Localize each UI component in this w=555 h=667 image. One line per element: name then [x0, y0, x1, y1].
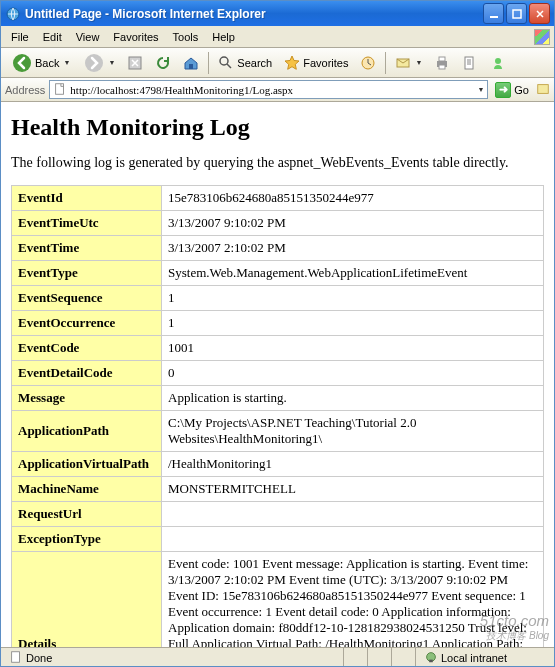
history-icon: [360, 55, 376, 71]
row-value: System.Web.Management.WebApplicationLife…: [162, 261, 544, 286]
row-key: EventType: [12, 261, 162, 286]
row-key: EventId: [12, 186, 162, 211]
svg-rect-2: [513, 10, 521, 18]
toolbar: Back ▼ ▼ Search Favorites ▼: [1, 48, 554, 78]
history-button[interactable]: [355, 52, 381, 74]
search-button[interactable]: Search: [213, 52, 277, 74]
chevron-down-icon[interactable]: ▼: [477, 86, 484, 93]
close-button[interactable]: [529, 3, 550, 24]
links-icon[interactable]: [536, 82, 550, 98]
status-bar: Done Local intranet: [1, 647, 554, 667]
separator: [208, 52, 209, 74]
svg-rect-17: [12, 651, 20, 662]
chevron-down-icon: ▼: [108, 59, 115, 66]
row-key: RequestUrl: [12, 502, 162, 527]
favorites-label: Favorites: [303, 57, 348, 69]
row-value: 3/13/2007 2:10:02 PM: [162, 236, 544, 261]
window-title: Untitled Page - Microsoft Internet Explo…: [25, 7, 483, 21]
row-key: Details: [12, 552, 162, 648]
table-row: RequestUrl: [12, 502, 544, 527]
svg-rect-15: [56, 83, 64, 94]
address-field[interactable]: ▼: [49, 80, 488, 99]
stop-button[interactable]: [122, 52, 148, 74]
favorites-button[interactable]: Favorites: [279, 52, 353, 74]
ie-icon: [5, 6, 21, 22]
menu-edit[interactable]: Edit: [37, 29, 68, 45]
svg-rect-19: [429, 659, 433, 662]
print-button[interactable]: [429, 52, 455, 74]
svg-rect-12: [439, 65, 445, 69]
stop-icon: [127, 55, 143, 71]
chevron-down-icon: ▼: [63, 59, 70, 66]
status-text: Done: [26, 652, 52, 664]
maximize-button[interactable]: [506, 3, 527, 24]
row-key: EventTime: [12, 236, 162, 261]
svg-rect-6: [189, 64, 193, 69]
svg-rect-1: [490, 16, 498, 18]
table-row: MessageApplication is starting.: [12, 386, 544, 411]
search-label: Search: [237, 57, 272, 69]
table-row: ExceptionType: [12, 527, 544, 552]
row-key: EventSequence: [12, 286, 162, 311]
table-row: ApplicationVirtualPath/HealthMonitoring1: [12, 452, 544, 477]
row-key: ApplicationPath: [12, 411, 162, 452]
row-value: Event code: 1001 Event message: Applicat…: [162, 552, 544, 648]
messenger-button[interactable]: [485, 52, 511, 74]
mail-icon: [395, 55, 411, 71]
svg-point-14: [495, 58, 501, 64]
table-row: EventOccurrence1: [12, 311, 544, 336]
row-value: [162, 502, 544, 527]
row-value: 1: [162, 286, 544, 311]
row-key: ApplicationVirtualPath: [12, 452, 162, 477]
menu-view[interactable]: View: [70, 29, 106, 45]
url-input[interactable]: [70, 84, 473, 96]
table-row: ApplicationPathC:\My Projects\ASP.NET Te…: [12, 411, 544, 452]
window-controls: [483, 3, 550, 24]
go-label: Go: [514, 84, 529, 96]
mail-button[interactable]: ▼: [390, 52, 427, 74]
table-row: EventCode1001: [12, 336, 544, 361]
status-done: Done: [5, 648, 344, 667]
menu-tools[interactable]: Tools: [167, 29, 205, 45]
minimize-button[interactable]: [483, 3, 504, 24]
menu-favorites[interactable]: Favorites: [107, 29, 164, 45]
back-button[interactable]: Back ▼: [5, 50, 77, 76]
row-value: 3/13/2007 9:10:02 PM: [162, 211, 544, 236]
row-key: ExceptionType: [12, 527, 162, 552]
star-icon: [284, 55, 300, 71]
chevron-down-icon: ▼: [415, 59, 422, 66]
titlebar: Untitled Page - Microsoft Internet Explo…: [1, 1, 554, 26]
status-pane: [396, 648, 416, 667]
table-row: EventTimeUtc3/13/2007 9:10:02 PM: [12, 211, 544, 236]
address-label: Address: [5, 84, 45, 96]
svg-rect-13: [465, 57, 473, 69]
page-heading: Health Monitoring Log: [11, 114, 544, 141]
go-icon: ➜: [495, 82, 511, 98]
table-row: DetailsEvent code: 1001 Event message: A…: [12, 552, 544, 648]
intranet-icon: [424, 650, 438, 666]
edit-button[interactable]: [457, 52, 483, 74]
forward-button[interactable]: ▼: [79, 50, 120, 76]
row-value: C:\My Projects\ASP.NET Teaching\Tutorial…: [162, 411, 544, 452]
row-value: Application is starting.: [162, 386, 544, 411]
page-content[interactable]: Health Monitoring Log The following log …: [1, 102, 554, 647]
edit-icon: [462, 55, 478, 71]
row-value: 0: [162, 361, 544, 386]
home-icon: [183, 55, 199, 71]
svg-point-3: [13, 54, 31, 72]
search-icon: [218, 55, 234, 71]
go-button[interactable]: ➜ Go: [492, 81, 532, 99]
menu-help[interactable]: Help: [206, 29, 241, 45]
refresh-button[interactable]: [150, 52, 176, 74]
row-key: EventTimeUtc: [12, 211, 162, 236]
table-row: EventTime3/13/2007 2:10:02 PM: [12, 236, 544, 261]
menu-file[interactable]: File: [5, 29, 35, 45]
log-table: EventId15e783106b624680a85151350244e977E…: [11, 185, 544, 647]
menubar: File Edit View Favorites Tools Help: [1, 26, 554, 48]
row-key: EventDetailCode: [12, 361, 162, 386]
back-icon: [12, 53, 32, 73]
home-button[interactable]: [178, 52, 204, 74]
table-row: EventDetailCode0: [12, 361, 544, 386]
row-key: Message: [12, 386, 162, 411]
table-row: EventSequence1: [12, 286, 544, 311]
